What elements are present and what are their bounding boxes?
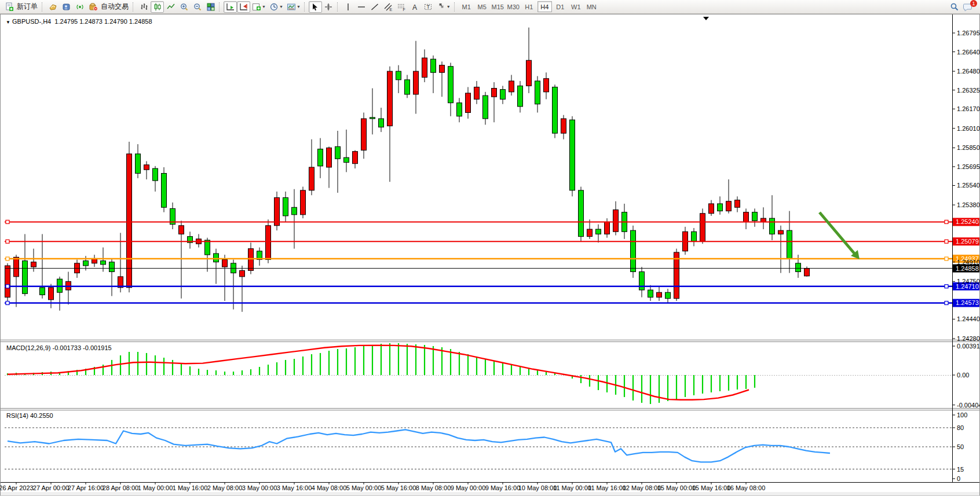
collapse-arrow-icon[interactable]: ▼ xyxy=(6,20,10,25)
timeframe-m1[interactable]: M1 xyxy=(459,1,474,12)
search-button[interactable] xyxy=(948,1,961,13)
candle-bull xyxy=(5,266,10,297)
timeframe-h4[interactable]: H4 xyxy=(537,1,552,12)
market-watch-button[interactable] xyxy=(46,1,60,13)
time-axis-label: 27 Apr 00:00 xyxy=(33,484,69,491)
indicators-button[interactable]: ▼ xyxy=(250,1,268,13)
line-handle[interactable] xyxy=(6,220,9,223)
line-handle[interactable] xyxy=(6,257,9,260)
text-button[interactable]: A xyxy=(408,1,422,13)
candlestick-chart-button[interactable] xyxy=(151,1,164,13)
macd-axis-label: 0.003914 xyxy=(957,343,980,350)
rsi-value: 40.2550 xyxy=(30,412,53,419)
vertical-line-icon xyxy=(343,2,353,12)
line-handle[interactable] xyxy=(945,285,948,288)
price-axis-label: 1.25540 xyxy=(957,182,980,189)
notifications-button[interactable]: 1 xyxy=(961,1,974,13)
periods-button[interactable]: ▼ xyxy=(268,1,285,13)
candle-bull xyxy=(361,119,367,150)
line-handle[interactable] xyxy=(945,257,948,260)
macd-axis-label: 0.00 xyxy=(957,372,969,379)
zoom-out-button[interactable] xyxy=(191,1,204,13)
signals-button[interactable] xyxy=(73,1,86,13)
shift-chart-button[interactable] xyxy=(237,1,250,13)
line-handle[interactable] xyxy=(6,240,9,243)
new-order-label[interactable]: 新订单 xyxy=(17,2,38,12)
text-label-button[interactable]: T xyxy=(422,1,435,13)
candle-bear xyxy=(205,240,210,255)
time-axis-label: 1 May 00:00 xyxy=(138,484,173,491)
line-handle[interactable] xyxy=(945,220,948,223)
chart-title: ▼ GBPUSD-,H4 1.24795 1.24873 1.24790 1.2… xyxy=(6,18,152,25)
timeframe-d1[interactable]: D1 xyxy=(553,1,568,12)
candle-bear xyxy=(283,197,288,215)
candle-bear xyxy=(535,81,540,104)
time-axis-label: 3 May 00:00 xyxy=(242,484,277,491)
candle-bull xyxy=(735,200,740,208)
signals-icon xyxy=(75,2,85,12)
svg-text:F: F xyxy=(403,8,405,12)
fibonacci-button[interactable]: F xyxy=(395,1,408,13)
candle-bull xyxy=(700,214,705,241)
candle-bear xyxy=(405,80,410,94)
line-handle[interactable] xyxy=(6,301,9,304)
zoom-in-button[interactable] xyxy=(177,1,191,13)
toolbar-separator xyxy=(133,2,136,12)
timeframe-group: M1M5M15M30H1H4D1W1MN xyxy=(459,1,599,12)
line-chart-button[interactable] xyxy=(164,1,177,13)
crosshair-button[interactable] xyxy=(322,1,335,13)
bar-chart-button[interactable] xyxy=(137,1,151,13)
tile-windows-button[interactable] xyxy=(204,1,217,13)
horizontal-line-button[interactable] xyxy=(355,1,368,13)
auto-trading-label[interactable]: 自动交易 xyxy=(101,2,129,12)
candle-bull xyxy=(144,165,149,170)
candle-bull xyxy=(31,262,36,267)
price-axis-label: 1.25380 xyxy=(957,201,980,208)
candle-bull xyxy=(301,190,306,215)
time-axis-label: 9 May 16:00 xyxy=(485,484,521,491)
candle-bull xyxy=(266,226,271,260)
timeframe-m30[interactable]: M30 xyxy=(506,1,521,12)
timeframe-h1[interactable]: H1 xyxy=(522,1,536,12)
chart-canvas[interactable]: 1.252401.250791.249371.248581.247101.245… xyxy=(0,0,980,496)
timeframe-w1[interactable]: W1 xyxy=(569,1,583,12)
rsi-axis-label: 15 xyxy=(957,466,964,473)
auto-scroll-button[interactable] xyxy=(224,1,237,13)
templates-button[interactable]: ▼ xyxy=(285,1,302,13)
vertical-line-button[interactable] xyxy=(342,1,355,13)
navigator-button[interactable] xyxy=(60,1,73,13)
auto-trading-button[interactable] xyxy=(86,1,100,13)
line-handle[interactable] xyxy=(945,301,948,304)
timeframe-m15[interactable]: M15 xyxy=(491,1,505,12)
time-axis-label: 4 May 08:00 xyxy=(312,484,347,491)
new-order-icon xyxy=(5,2,14,12)
candle-bull xyxy=(248,249,254,271)
candle-bear xyxy=(483,95,488,119)
timeframe-m5[interactable]: M5 xyxy=(475,1,489,12)
candle-bear xyxy=(136,154,141,174)
trend-line-button[interactable] xyxy=(368,1,382,13)
equidistant-channel-button[interactable]: E xyxy=(382,1,395,13)
candle-bull xyxy=(613,210,619,232)
arrows-button[interactable]: ▼ xyxy=(435,1,452,13)
price-axis-label: 1.26795 xyxy=(957,30,980,36)
candle-bear xyxy=(692,232,697,241)
time-axis-label: 8 May 08:00 xyxy=(416,484,451,491)
line-handle[interactable] xyxy=(6,285,9,288)
candle-bear xyxy=(396,71,401,80)
time-axis-label: 11 May 00:00 xyxy=(553,484,591,491)
candle-bear xyxy=(162,173,167,207)
candle-bull xyxy=(657,292,662,297)
price-level-value: 1.25240 xyxy=(956,218,979,225)
time-axis-label: 15 May 16:00 xyxy=(692,484,731,491)
line-handle[interactable] xyxy=(945,240,948,243)
timeframe-mn[interactable]: MN xyxy=(584,1,599,12)
candle-bear xyxy=(787,230,792,258)
candle-bull xyxy=(240,270,245,276)
new-order-button[interactable] xyxy=(2,1,16,13)
price-axis-label: 1.25695 xyxy=(957,163,980,170)
cursor-button[interactable] xyxy=(309,1,322,13)
time-axis-label: 5 May 16:00 xyxy=(381,484,416,491)
candle-bull xyxy=(492,89,497,97)
price-axis-label: 1.24910 xyxy=(957,259,980,266)
